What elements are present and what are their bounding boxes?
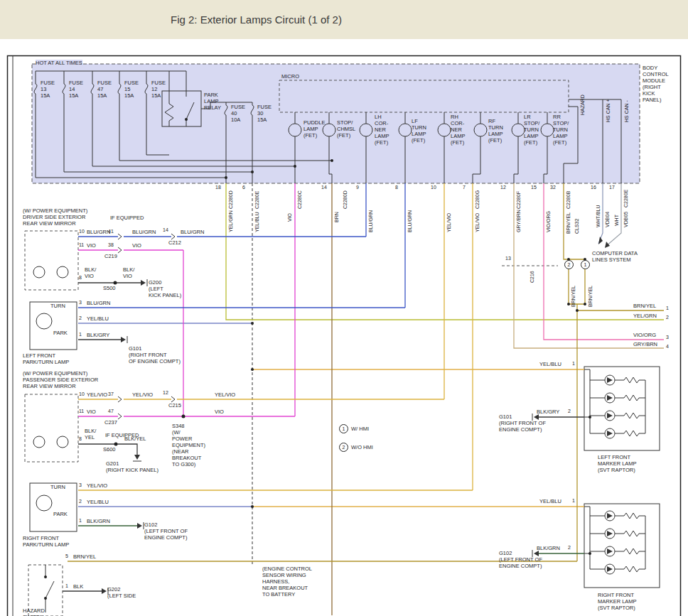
connector-c2280g: C2280G bbox=[475, 190, 480, 209]
circuit-vdb05: VDB05 bbox=[623, 212, 629, 227]
bcm-pin-9: 9 bbox=[356, 185, 359, 190]
callout-1-badge: 1 bbox=[581, 260, 590, 269]
hot-at-all-times-label: HOT AT ALL TIMES bbox=[36, 60, 82, 66]
connector-c2280e-2: C2280E bbox=[623, 190, 629, 207]
driver-r2-w2: VIO bbox=[132, 242, 141, 249]
legend-wo-hmi: W/O HMI bbox=[351, 444, 373, 450]
driver-r3-w1: BLK/ VIO bbox=[85, 266, 96, 279]
fet-rr-stop-turn-label: RR STOP/ TURN LAMP (FET) bbox=[553, 114, 569, 146]
bcm-label: BODY CONTROL MODULE (RIGHT KICK PANEL) bbox=[643, 65, 669, 103]
lf-r1-wire: BLU/GRN bbox=[87, 300, 110, 306]
wire-label-blu-grn-2: BLU/GRN bbox=[407, 210, 413, 232]
ground-g202: G202 (LEFT SIDE bbox=[107, 586, 136, 599]
bcm-pin-6: 6 bbox=[242, 185, 245, 190]
ground-g101-lf: G101 (RIGHT FRONT OF ENGINE COMPT) bbox=[129, 345, 181, 364]
ground-g102-rf: G102 (LEFT FRONT OF ENGINE COMPT) bbox=[144, 522, 188, 541]
driver-r2-b1: 38 bbox=[108, 242, 114, 248]
legend-2-badge: 2 bbox=[339, 443, 348, 452]
fet-rf-turn-label: RF TURN LAMP (FET) bbox=[488, 118, 503, 144]
driver-mirror-title: (W/ POWER EQUIPMENT) DRIVER SIDE EXTERIO… bbox=[23, 207, 87, 227]
wire-brn-yel bbox=[68, 183, 664, 561]
driver-r1-b1: 41 bbox=[108, 229, 114, 234]
fuse-47-label: FUSE 47 15A bbox=[97, 80, 112, 99]
wire-label-vio-org: VIO/ORG bbox=[546, 211, 552, 232]
ground-g101-marker: G101 (RIGHT FRONT OF ENGINE COMPT) bbox=[499, 414, 546, 433]
driver-mirror-box bbox=[25, 231, 78, 290]
rf-turn-label: TURN bbox=[50, 484, 65, 490]
rf-r3-pin: 1 bbox=[79, 518, 82, 524]
lf-lamp-title: LEFT FRONT PARK/TURN LAMP bbox=[23, 352, 69, 365]
connector-c2280c: C2280C bbox=[297, 190, 303, 209]
bcm-pin-18: 18 bbox=[215, 185, 221, 190]
hs-can-minus-label: HS CAN - bbox=[624, 100, 630, 122]
computer-data-lines-note: COMPUTER DATA LINES SYSTEM bbox=[592, 250, 638, 263]
wire-label-vio: VIO bbox=[287, 213, 293, 222]
passenger-mirror-box bbox=[25, 394, 78, 462]
fuse-12-label: FUSE 12 15A bbox=[151, 80, 166, 99]
driver-r2-pin: 11 bbox=[79, 242, 84, 248]
rf-lamp-box bbox=[30, 483, 77, 531]
hs-can-plus-label: HS CAN + bbox=[606, 99, 611, 122]
wire-blu-grn bbox=[78, 183, 405, 308]
circuit-cls32: CLS32 bbox=[574, 219, 580, 234]
ground-g102-marker: G102 (LEFT FRONT OF ENGINE COMPT) bbox=[499, 550, 542, 569]
wire-label-brn-yel: BRN/YEL bbox=[566, 212, 571, 234]
bcm-pin-10: 10 bbox=[431, 185, 436, 190]
fet-lr-stop-turn-label: LR STOP/ TURN LAMP (FET) bbox=[524, 114, 539, 146]
edge-brn-yel-label: BRN/YEL bbox=[633, 303, 656, 309]
rf-lamp-title: RIGHT FRONT PARK/TURN LAMP bbox=[23, 535, 69, 548]
hazard-signal-label: HAZARD bbox=[580, 94, 586, 115]
led-symbols bbox=[605, 375, 615, 574]
pass-r2-pin: 11 bbox=[79, 409, 84, 414]
wire-label-blu-grn-1: BLU/GRN bbox=[368, 210, 374, 232]
pass-r1-w2: YEL/VIO bbox=[132, 391, 153, 398]
splice-s600: S600 bbox=[103, 446, 116, 453]
driver-r1-b2: 14 bbox=[163, 227, 168, 233]
fuse-40-label: FUSE 40 10A bbox=[231, 104, 245, 123]
mk2-gnd-pin: 2 bbox=[568, 545, 571, 551]
fet-stop-chmsl-label: STOP/ CHMSL (FET) bbox=[337, 119, 355, 139]
rf-park-label: PARK bbox=[53, 511, 68, 517]
micro-label: MICRO bbox=[281, 73, 299, 80]
bcm-pin-7: 7 bbox=[463, 185, 466, 190]
splice-s348-note: S348 (W/ POWER EQUIPMENT) (NEAR BREAKOUT… bbox=[172, 423, 205, 468]
edge-brn-yel-num: 1 bbox=[666, 306, 669, 311]
callout-2-badge: 2 bbox=[564, 260, 574, 269]
lf-r3-pin: 1 bbox=[79, 332, 82, 337]
pass-r3-pin: 8 bbox=[79, 436, 82, 442]
wire-label-gry-brn: GRY/BRN bbox=[516, 210, 522, 232]
page: { "header": { "title": "Fig 2: Exterior … bbox=[0, 0, 688, 616]
left-marker-lamp-box bbox=[584, 367, 660, 450]
edge-gry-brn-label: GRY/BRN bbox=[633, 341, 657, 347]
pass-r2-w1: VIO bbox=[87, 409, 96, 415]
rf-r2-pin: 2 bbox=[79, 499, 82, 504]
wire-yel-blu-right bbox=[252, 369, 584, 507]
c216-pin-13: 13 bbox=[505, 256, 511, 261]
lf-r1-pin: 3 bbox=[79, 300, 82, 306]
fuse-30-label: FUSE 30 15A bbox=[257, 104, 272, 123]
driver-r1-w2: BLU/GRN bbox=[132, 229, 156, 235]
haz-r2-pin: 1 bbox=[65, 583, 68, 589]
wire-label-yel-blu: YEL/BLU bbox=[254, 212, 260, 232]
edge-yel-grn-num: 2 bbox=[666, 315, 669, 320]
wire-label-yel-vio-2: YEL/VIO bbox=[475, 213, 480, 232]
right-marker-lamp-box bbox=[584, 504, 660, 588]
lf-r3-wire: BLK/GRY bbox=[87, 332, 109, 338]
ground-g200: G200 (LEFT KICK PANEL) bbox=[149, 279, 181, 298]
fuse-15-label: FUSE 15 15A bbox=[124, 80, 139, 99]
pass-r3-w1: BLK/ YEL bbox=[85, 428, 96, 441]
connector-c2280f: C2280F bbox=[516, 191, 522, 209]
pass-r1-pin: 10 bbox=[79, 391, 85, 397]
pass-r2-w2: VIO bbox=[215, 409, 224, 415]
rf-r3-wire: BLK/GRN bbox=[87, 518, 110, 524]
pass-r1-b1: 37 bbox=[108, 391, 114, 397]
bcm-pin-15: 15 bbox=[531, 185, 537, 190]
driver-r1-pin: 10 bbox=[79, 229, 85, 234]
bcm-pin-32: 32 bbox=[550, 185, 556, 190]
haz-r1-wire: BRN/YEL bbox=[73, 553, 96, 560]
connector-c2280d-2: C2280D bbox=[343, 190, 348, 209]
driver-r1-w3: BLU/GRN bbox=[181, 229, 204, 235]
mk1-feed-pin: 1 bbox=[572, 361, 575, 367]
junction-dots bbox=[44, 118, 591, 600]
hazard-switch-title: HAZARD SWITCH bbox=[23, 607, 45, 616]
